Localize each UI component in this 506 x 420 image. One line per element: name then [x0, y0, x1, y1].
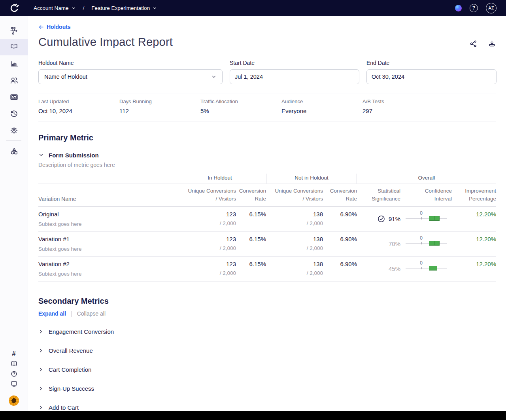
start-date-input[interactable]: [230, 69, 359, 84]
variation-name: Original: [38, 211, 59, 218]
holdout-name-select[interactable]: Name of Holdout: [38, 69, 223, 84]
table-column-header-row: Variation Name Unique Conversions / Visi…: [38, 184, 496, 207]
column-header-conversion-rate-in: Conversion Rate: [236, 187, 266, 203]
shapes-icon: [9, 147, 19, 156]
end-date-input[interactable]: [366, 69, 497, 84]
avatar[interactable]: AZ: [486, 3, 497, 13]
left-sidebar: #: [0, 16, 28, 411]
not-in-holdout-conversions: 138: [313, 211, 323, 218]
group-header-overall: Overall: [357, 174, 496, 184]
ci-zero-label: 0: [420, 210, 423, 216]
accordion-cart-completion[interactable]: Cart Completion: [38, 360, 496, 379]
start-date-label: Start Date: [230, 60, 359, 66]
chevron-right-icon: [38, 348, 43, 353]
not-in-holdout-visitors: / 2,000: [307, 220, 323, 226]
topbar-actions: ? AZ: [455, 3, 506, 13]
expand-all-link[interactable]: Expand all: [38, 310, 66, 317]
report-filters: Holdout Name Name of Holdout Start Date …: [38, 60, 496, 84]
holdout-name-value: Name of Holdout: [44, 74, 87, 80]
group-header-in-holdout: In Holdout: [174, 174, 266, 184]
slack-hash-icon[interactable]: #: [12, 350, 15, 358]
column-header-variation-name: Variation Name: [38, 187, 174, 203]
sidebar-item-settings[interactable]: [0, 122, 28, 138]
accordion-engagement-conversion[interactable]: Engagement Conversion: [38, 322, 496, 341]
help-circle-icon[interactable]: [10, 370, 18, 377]
account-name-label: Account Name: [34, 5, 69, 11]
collapse-all-link[interactable]: Collapse all: [77, 310, 106, 317]
docs-book-icon[interactable]: [10, 360, 18, 367]
link-separator: |: [71, 310, 72, 317]
page-title: Cumulative Impact Report: [38, 36, 173, 49]
in-holdout-rate: 6.15%: [249, 211, 266, 218]
help-icon[interactable]: ?: [470, 4, 478, 12]
stat-audience: Audience Everyone: [281, 98, 363, 114]
monitor-pulse-icon: [9, 93, 19, 102]
sidebar-item-integrations[interactable]: [0, 143, 28, 159]
sunflower-avatar[interactable]: [9, 395, 19, 406]
download-button[interactable]: [488, 40, 496, 48]
sidebar-nav-bottom: #: [0, 350, 28, 411]
back-link-label: Holdouts: [47, 24, 71, 30]
table-group-header-row: In Holdout Not in Holdout Overall: [38, 174, 496, 184]
variation-subtext: Subtext goes here: [38, 221, 82, 227]
summary-stats: Last Updated Oct 10, 2024 Days Running 1…: [38, 93, 496, 121]
chevron-right-icon: [38, 367, 43, 372]
accordion-overall-revenue[interactable]: Overall Revenue: [38, 341, 496, 360]
chevron-right-icon: [38, 329, 43, 334]
group-header-not-in-holdout: Not in Holdout: [266, 174, 357, 184]
sidebar-item-rollouts[interactable]: [0, 22, 28, 39]
sidebar-item-audiences[interactable]: [0, 72, 28, 89]
gear-icon: [9, 126, 19, 135]
product-switcher[interactable]: Feature Experimentation: [91, 5, 157, 11]
chevron-right-icon: [38, 386, 43, 391]
chevron-down-icon: [72, 6, 76, 10]
bottom-letterbox-bar: [0, 411, 506, 420]
assistant-orb-icon[interactable]: [455, 5, 462, 11]
ci-bar: [429, 241, 440, 246]
optimizely-logo[interactable]: [0, 3, 28, 13]
not-in-holdout-rate: 6.90%: [340, 236, 357, 242]
top-navigation-bar: Account Name / Feature Experimentation ?…: [0, 0, 506, 16]
not-in-holdout-conversions: 138: [313, 261, 323, 267]
metric-collapse-toggle[interactable]: Form Submission: [38, 152, 496, 159]
not-in-holdout-visitors: / 2,000: [307, 245, 323, 251]
breadcrumb-separator: /: [83, 5, 85, 11]
accordion-sign-up-success[interactable]: Sign-Up Success: [38, 379, 496, 398]
back-to-holdouts-link[interactable]: Holdouts: [38, 24, 71, 30]
sidebar-item-reports[interactable]: [0, 55, 28, 72]
app-root: Account Name / Feature Experimentation ?…: [0, 0, 506, 420]
table-row: Original Subtext goes here 123 / 2,000 6…: [38, 207, 496, 232]
significance-value: 45%: [389, 265, 400, 272]
sidebar-item-monitoring[interactable]: [0, 89, 28, 105]
secondary-metrics-section: Secondary Metrics Expand all | Collapse …: [38, 297, 496, 412]
accordion-add-to-cart[interactable]: Add to Cart: [38, 398, 496, 412]
chevron-down-icon: [38, 152, 44, 158]
improvement-percentage: 12.20%: [476, 261, 496, 267]
variation-name: Variation #1: [38, 236, 70, 242]
stat-ab-tests: A/B Tests 297: [363, 98, 444, 114]
product-name-label: Feature Experimentation: [91, 5, 150, 11]
account-switcher[interactable]: Account Name: [34, 5, 76, 11]
in-holdout-visitors: / 2,000: [220, 270, 236, 276]
sidebar-item-history[interactable]: [0, 105, 28, 122]
share-button[interactable]: [469, 40, 478, 48]
variation-subtext: Subtext goes here: [38, 271, 82, 277]
desktop-icon[interactable]: [10, 380, 18, 387]
stat-days-running: Days Running 112: [119, 98, 200, 114]
ci-bar: [429, 216, 440, 221]
sidebar-divider: [6, 140, 21, 141]
history-clock-icon: [9, 109, 19, 118]
column-header-confidence-interval: Confidence Interval: [400, 187, 452, 203]
not-in-holdout-visitors: / 2,000: [307, 270, 323, 276]
sidebar-item-flags[interactable]: [0, 39, 28, 55]
sidebar-nav-top: [0, 16, 28, 159]
chevron-right-icon: [38, 405, 43, 410]
check-circle-icon: [378, 215, 385, 223]
metric-name: Form Submission: [49, 152, 99, 159]
variation-name: Variation #2: [38, 261, 70, 267]
column-header-conversion-rate-not: Conversion Rate: [323, 187, 357, 203]
confidence-interval-chart: 0: [406, 261, 447, 272]
chevron-down-icon: [153, 6, 157, 10]
metric-description: Description of metric goes here: [38, 162, 496, 168]
flag-icon: [9, 43, 19, 52]
